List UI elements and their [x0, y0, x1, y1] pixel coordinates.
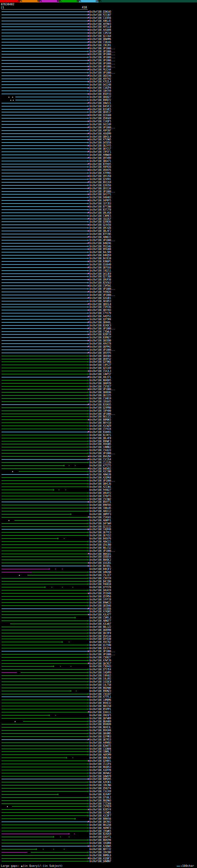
hit-label[interactable]: UniRef100_Q9U4Y2	[89, 492, 111, 495]
hit-label[interactable]: UniRef100_B9WKI3	[89, 601, 111, 604]
alignment-bar[interactable]	[2, 377, 88, 377]
hit-label[interactable]: UniRef100_B9AZB4	[89, 455, 111, 458]
hit-label[interactable]: UniRef100_Q8LAF2	[89, 230, 111, 232]
alignment-bar[interactable]	[2, 593, 88, 594]
hit-label[interactable]: UniRef100_UP1000...	[89, 327, 115, 330]
alignment-bar[interactable]	[2, 197, 88, 198]
alignment-bar[interactable]	[2, 654, 88, 655]
alignment-bar[interactable]	[2, 334, 88, 335]
hit-label[interactable]: UniRef100_B6SJZ1	[89, 415, 111, 418]
hit-label[interactable]: UniRef100_A9XQB5	[89, 443, 111, 445]
alignment-bar[interactable]	[21, 672, 88, 673]
hit-label[interactable]: UniRef100_A6WJ21	[89, 540, 111, 543]
hit-label[interactable]: UniRef100_C5GQJ3	[89, 449, 111, 452]
alignment-bar[interactable]	[2, 614, 88, 615]
hit-label[interactable]: UniRef100_Q3CIY4	[89, 647, 111, 650]
hit-label[interactable]: UniRef100_A9LST1	[89, 376, 111, 379]
alignment-bar[interactable]	[2, 45, 88, 45]
alignment-bar[interactable]	[2, 313, 88, 313]
alignment-bar[interactable]	[2, 572, 32, 572]
hit-label[interactable]: UniRef100_B5VPP1	[89, 708, 111, 711]
alignment-bar[interactable]	[2, 54, 88, 55]
hit-label[interactable]: UniRef100_B2GVE5	[89, 108, 111, 111]
hit-label[interactable]: UniRef100_C42QC0	[89, 680, 111, 683]
hit-label[interactable]: UniRef100_B7FCN5	[89, 233, 111, 236]
alignment-bar[interactable]	[2, 103, 88, 103]
hit-label[interactable]: UniRef100_Q36G11	[89, 711, 111, 714]
alignment-bar[interactable]	[2, 837, 53, 837]
hit-label[interactable]: UniRef100_O55D48	[89, 592, 111, 595]
hit-label[interactable]: UniRef100_Q413E9	[89, 273, 111, 275]
hit-label[interactable]: UniRef100_Q8J225	[89, 394, 111, 397]
hit-label[interactable]: UniRef100_Q5DD54	[89, 555, 111, 558]
alignment-bar[interactable]	[2, 191, 88, 192]
hit-label[interactable]: UniRef100_B3RN27	[89, 336, 111, 339]
alignment-bar[interactable]	[2, 599, 88, 600]
hit-label[interactable]: UniRef100_C1E856	[89, 17, 111, 20]
hit-label[interactable]: UniRef100_Q9LVG8	[89, 212, 111, 214]
hit-label[interactable]: UniRef100_Q9W1I1	[89, 102, 111, 105]
hit-label[interactable]: UniRef100_Q6PPH2	[89, 345, 111, 348]
hit-label[interactable]: UniRef100_C5MTW1	[89, 284, 111, 287]
hit-label[interactable]: UniRef100_UP1000...	[89, 452, 115, 455]
hit-label[interactable]: UniRef100_B65B5L	[89, 565, 111, 567]
alignment-bar[interactable]	[2, 709, 88, 709]
hit-label[interactable]: UniRef100_C1XQF5	[89, 120, 111, 123]
alignment-bar[interactable]	[2, 779, 88, 779]
hit-label[interactable]: UniRef100_UP1000...	[89, 56, 115, 59]
hit-label[interactable]: UniRef100_B4DVD2	[89, 467, 111, 470]
hit-label[interactable]: UniRef100_B9NT05	[89, 504, 111, 506]
hit-label[interactable]: UniRef100_Q39836	[89, 220, 111, 223]
alignment-bar[interactable]	[2, 684, 88, 685]
hit-label[interactable]: UniRef100_C1BLK6	[89, 41, 111, 44]
hit-label[interactable]: UniRef100_P46810	[89, 583, 111, 586]
hit-label[interactable]: UniRef100_B8MZH5	[89, 778, 111, 780]
alignment-bar[interactable]	[2, 234, 88, 234]
hit-label[interactable]: UniRef100_A2I3W1	[89, 486, 111, 488]
alignment-bar[interactable]	[2, 812, 88, 813]
alignment-bar[interactable]	[2, 477, 88, 478]
alignment-bar[interactable]	[2, 331, 88, 332]
alignment-bar[interactable]	[2, 355, 88, 356]
alignment-bar[interactable]	[2, 666, 53, 666]
alignment-bar[interactable]	[2, 194, 88, 195]
alignment-bar[interactable]	[2, 219, 88, 219]
alignment-bar[interactable]	[19, 471, 88, 472]
alignment-bar[interactable]	[2, 237, 88, 238]
alignment-bar[interactable]	[2, 444, 88, 444]
hit-label[interactable]: UniRef100_UP1000...	[89, 59, 115, 62]
hit-label[interactable]: UniRef100_C7EWL6	[89, 331, 111, 333]
alignment-bar[interactable]	[2, 514, 70, 515]
alignment-bar[interactable]	[2, 227, 88, 228]
alignment-bar[interactable]	[2, 459, 88, 460]
hit-label[interactable]: UniRef100_B9XYT1	[89, 501, 111, 503]
hit-label[interactable]: UniRef100_Q6VE17	[89, 111, 111, 114]
hit-label[interactable]: UniRef100_Q08E86	[89, 391, 111, 394]
hit-label[interactable]: UniRef100_C0SBR8	[89, 842, 111, 845]
hit-label[interactable]: UniRef100_A1CBF7	[89, 814, 111, 817]
hit-label[interactable]: UniRef100_A1DFP8	[89, 769, 111, 772]
hit-label[interactable]: UniRef100_UP1000...	[89, 348, 115, 351]
hit-label[interactable]: UniRef100_Q6EEB0	[89, 339, 111, 342]
hit-label[interactable]: UniRef100_B8N4S6	[89, 817, 111, 820]
alignment-bar[interactable]	[2, 322, 88, 323]
hit-label[interactable]: UniRef100_B9XUV0	[89, 729, 111, 732]
alignment-bar[interactable]	[2, 453, 88, 454]
hit-label[interactable]: UniRef100_Q6FWB9	[89, 717, 111, 720]
alignment-bar[interactable]	[2, 496, 88, 496]
alignment-bar[interactable]	[2, 651, 88, 652]
alignment-bar[interactable]	[2, 818, 75, 819]
alignment-bar[interactable]	[2, 166, 88, 167]
alignment-bar[interactable]	[2, 706, 88, 706]
hit-label[interactable]: UniRef100_C5CQW2	[89, 498, 111, 501]
alignment-bar[interactable]	[2, 158, 88, 158]
alignment-bar[interactable]	[2, 700, 88, 700]
hit-label[interactable]: UniRef100_C7YI79	[89, 312, 111, 315]
hit-label[interactable]: UniRef100_Q1WLW3	[89, 10, 111, 13]
hit-label[interactable]: UniRef100_Q4N2Q8	[89, 571, 111, 574]
alignment-bar[interactable]	[2, 484, 88, 484]
alignment-bar[interactable]	[2, 855, 88, 856]
hit-label[interactable]: UniRef100_C4WT57	[89, 373, 111, 376]
hit-label[interactable]: UniRef100_C1H819	[89, 397, 111, 400]
alignment-bar[interactable]	[2, 410, 88, 411]
